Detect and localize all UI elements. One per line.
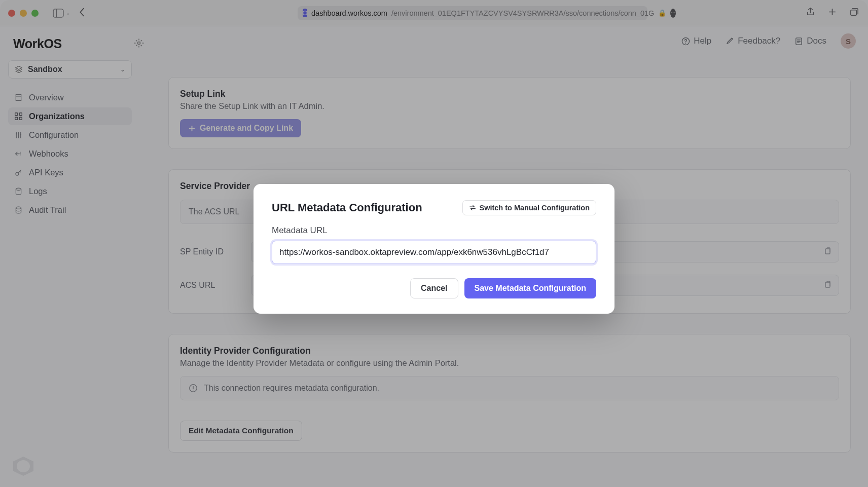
- metadata-url-label: Metadata URL: [272, 226, 596, 236]
- modal-overlay[interactable]: URL Metadata Configuration Switch to Man…: [0, 0, 868, 487]
- metadata-modal: URL Metadata Configuration Switch to Man…: [254, 184, 614, 314]
- cancel-button[interactable]: Cancel: [410, 278, 458, 298]
- button-label: Save Metadata Configuration: [475, 284, 586, 292]
- button-label: Switch to Manual Configuration: [480, 204, 590, 212]
- metadata-url-input[interactable]: [272, 241, 596, 264]
- button-label: Cancel: [421, 284, 447, 292]
- switch-manual-button[interactable]: Switch to Manual Configuration: [462, 200, 597, 215]
- save-metadata-button[interactable]: Save Metadata Configuration: [464, 278, 596, 298]
- modal-title: URL Metadata Configuration: [272, 201, 422, 214]
